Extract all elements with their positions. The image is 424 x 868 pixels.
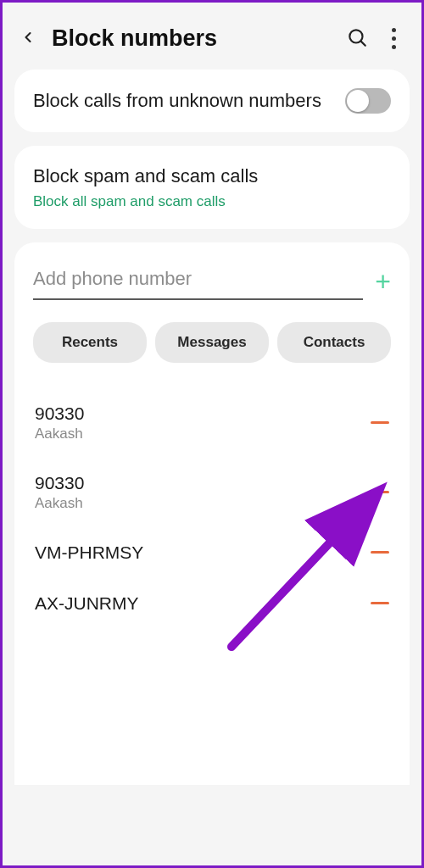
blocked-item-number: 90330 [35, 403, 371, 424]
remove-icon[interactable] [371, 551, 389, 554]
block-unknown-label: Block calls from unknown numbers [33, 89, 333, 113]
blocked-item-number: VM-PHRMSY [35, 542, 371, 563]
block-spam-sublabel: Block all spam and scam calls [33, 193, 391, 210]
back-icon[interactable] [20, 29, 36, 49]
block-unknown-card: Block calls from unknown numbers [14, 70, 410, 132]
blocked-list-section: + Recents Messages Contacts 90330Aakash9… [14, 242, 410, 785]
blocked-item: 90330Aakash [33, 458, 391, 527]
blocked-item-name: Aakash [35, 426, 371, 442]
remove-icon[interactable] [371, 602, 389, 604]
block-unknown-toggle[interactable] [345, 88, 391, 114]
blocked-item: VM-PHRMSY [33, 527, 391, 578]
remove-icon[interactable] [371, 421, 389, 424]
block-spam-label: Block spam and scam calls [33, 164, 391, 188]
blocked-item-name: Aakash [35, 495, 371, 512]
remove-icon[interactable] [371, 491, 389, 493]
blocked-item-number: 90330 [35, 473, 371, 493]
block-spam-card[interactable]: Block spam and scam calls Block all spam… [14, 146, 410, 229]
blocked-item: 90330Aakash [33, 388, 391, 458]
tab-recents[interactable]: Recents [33, 322, 147, 363]
blocked-item-number: AX-JUNRMY [35, 593, 371, 614]
tab-messages[interactable]: Messages [155, 322, 269, 363]
page-title: Block numbers [52, 25, 331, 52]
blocked-item: AX-JUNRMY [33, 578, 391, 629]
svg-line-1 [361, 41, 365, 45]
add-phone-input[interactable] [33, 268, 363, 290]
tab-contacts[interactable]: Contacts [277, 322, 391, 363]
add-icon[interactable]: + [375, 268, 391, 300]
search-icon[interactable] [346, 26, 368, 52]
more-icon[interactable] [383, 25, 404, 53]
